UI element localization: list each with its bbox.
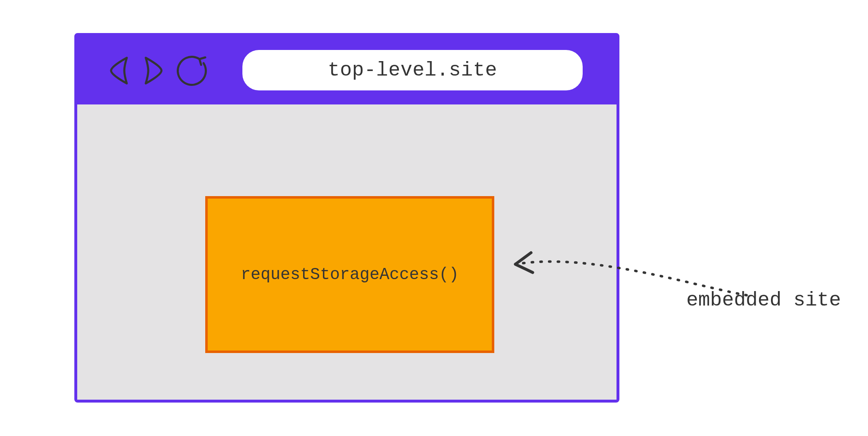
back-icon: [106, 54, 132, 87]
embedded-site-box: requestStorageAccess(): [205, 196, 494, 353]
browser-window: top-level.site requestStorageAccess(): [74, 33, 619, 403]
reload-icon: [175, 53, 210, 88]
nav-icons: [106, 53, 210, 88]
embedded-site-code-label: requestStorageAccess(): [241, 265, 459, 284]
browser-toolbar: top-level.site: [77, 36, 617, 104]
diagram-canvas: top-level.site requestStorageAccess() em…: [0, 0, 868, 436]
forward-icon: [141, 54, 166, 87]
browser-viewport: requestStorageAccess(): [77, 104, 617, 400]
annotation-embedded-site-label: embedded site: [686, 289, 841, 311]
address-bar-text: top-level.site: [328, 59, 497, 81]
address-bar: top-level.site: [242, 50, 583, 90]
